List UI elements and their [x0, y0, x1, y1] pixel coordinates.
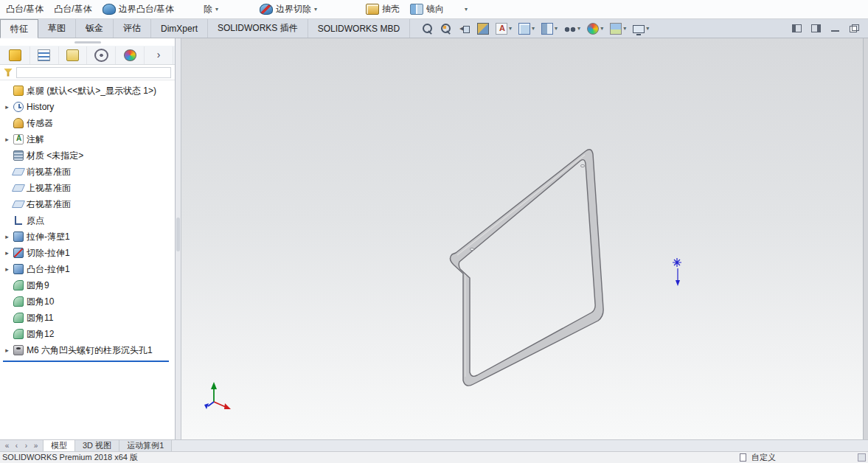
ribbon-button[interactable]: 抽壳 [366, 0, 400, 19]
view-tool-button[interactable] [477, 23, 489, 35]
tree-item[interactable]: 凸台-拉伸1 [0, 261, 175, 277]
view-tool-button[interactable] [564, 23, 580, 35]
ribbon-button[interactable]: 边界凸台/基体 [103, 0, 174, 19]
command-tab[interactable]: SOLIDWORKS MBD [308, 19, 410, 38]
view-tool-button[interactable] [459, 23, 471, 35]
nav-last-icon[interactable] [31, 441, 41, 451]
command-tab[interactable]: 特征 [0, 19, 38, 38]
featuremanager-tab-icon[interactable] [30, 46, 59, 64]
splitter-grip[interactable] [176, 217, 180, 251]
panel-splitter[interactable] [176, 38, 181, 439]
annotation-view-icon [496, 23, 507, 35]
ribbon-button[interactable]: 镜向 [410, 0, 444, 19]
view-tool-button[interactable] [633, 24, 649, 33]
bottom-tab[interactable]: 3D 视图 [75, 440, 119, 451]
view-tool-button[interactable] [587, 23, 603, 35]
tree-item[interactable]: 圆角11 [0, 310, 175, 326]
nav-first-icon[interactable] [2, 441, 12, 451]
ribbon-button[interactable]: 边界切除 [260, 0, 317, 19]
tree-item[interactable]: 上视基准面 [0, 180, 175, 196]
feature-ribbon-row: 凸台/基体 凸台/基体 边界凸台/基体 除 [0, 0, 868, 19]
ribbon-button[interactable]: 凸台/基体 [6, 0, 44, 19]
expand-arrow-icon[interactable] [4, 103, 10, 111]
tree-item[interactable]: 原点 [0, 212, 175, 229]
dropdown-caret-icon[interactable] [509, 26, 512, 32]
view-settings-icon [633, 25, 645, 33]
edit-appearance-icon [587, 23, 599, 35]
graphics-viewport[interactable] [181, 38, 863, 439]
tree-item[interactable]: 圆角9 [0, 277, 175, 293]
expand-arrow-icon[interactable] [4, 249, 10, 257]
tree-item[interactable]: 桌腿 (默认<<默认>_显示状态 1>) [0, 83, 175, 99]
dropdown-caret-icon[interactable] [555, 26, 558, 32]
command-tab[interactable]: 草图 [38, 19, 76, 38]
command-tab[interactable]: DimXpert [151, 19, 208, 38]
ribbon-button[interactable] [462, 0, 468, 19]
nav-prev-icon[interactable] [12, 441, 21, 451]
command-tab[interactable]: 钣金 [76, 19, 114, 38]
tree-item[interactable]: 圆角12 [0, 326, 175, 342]
command-tab[interactable]: 评估 [114, 19, 151, 38]
annotations-icon [13, 134, 24, 145]
model-hole[interactable] [470, 248, 473, 250]
view-tool-button[interactable] [422, 23, 434, 35]
tree-item[interactable]: M6 六角凹头螺钉的柱形沉头孔1 [0, 342, 175, 358]
tree-item[interactable]: 切除-拉伸1 [0, 245, 175, 261]
section-view-icon [477, 23, 489, 35]
previous-view-icon [459, 23, 471, 35]
tree-item[interactable]: 材质 <未指定> [0, 147, 175, 164]
expand-arrow-icon[interactable] [4, 136, 10, 143]
panel-left-icon[interactable] [792, 24, 802, 32]
restore-icon[interactable] [850, 24, 859, 32]
ribbon-button[interactable]: 凸台/基体 [54, 0, 91, 19]
tree-item[interactable]: 拉伸-薄壁1 [0, 229, 175, 245]
dimxpertmanager-tab-icon[interactable] [87, 46, 116, 64]
model-table-leg[interactable] [450, 150, 603, 386]
part-tab-icon[interactable] [1, 46, 30, 64]
expand-arrow-icon[interactable] [4, 347, 10, 354]
dropdown-caret-icon[interactable] [314, 7, 317, 13]
model-hole[interactable] [580, 164, 584, 167]
tree-item[interactable]: History [0, 99, 175, 115]
tree-item[interactable]: 右视基准面 [0, 196, 175, 212]
bottom-tab[interactable]: 运动算例1 [119, 440, 172, 451]
sketch-point-marker[interactable] [673, 258, 681, 286]
dropdown-caret-icon[interactable] [532, 26, 535, 32]
status-corner-icon[interactable] [858, 453, 866, 462]
dropdown-caret-icon[interactable] [646, 26, 649, 32]
hole-wizard-icon [13, 345, 24, 355]
displaymanager-tab-icon[interactable] [116, 46, 145, 64]
nav-next-icon[interactable] [21, 441, 31, 451]
task-pane-strip[interactable] [863, 38, 868, 439]
ribbon-button[interactable]: 除 [204, 0, 218, 19]
panel-grip[interactable] [74, 41, 101, 43]
expand-arrow-icon[interactable] [4, 233, 10, 240]
tree-item[interactable]: 注解 [0, 131, 175, 147]
panel-right-icon[interactable] [811, 24, 821, 32]
expand-panel-icon[interactable] [145, 46, 173, 64]
rollback-bar[interactable] [3, 361, 169, 362]
dropdown-caret-icon[interactable] [215, 7, 218, 13]
sensors-icon [13, 118, 24, 128]
dropdown-caret-icon[interactable] [600, 26, 603, 32]
command-tab[interactable]: SOLIDWORKS 插件 [208, 19, 308, 38]
dropdown-caret-icon[interactable] [465, 7, 468, 13]
boss-extrude-icon [13, 264, 24, 274]
view-tool-button[interactable] [541, 23, 558, 35]
minimize-icon[interactable] [830, 24, 840, 32]
tree-filter-input[interactable] [16, 67, 171, 78]
view-tool-button[interactable] [440, 23, 452, 35]
tree-item[interactable]: 圆角10 [0, 293, 175, 310]
expand-arrow-icon[interactable] [4, 265, 10, 273]
customize-label[interactable]: 自定义 [751, 452, 776, 463]
view-tool-button[interactable] [518, 23, 535, 35]
view-tool-button[interactable] [610, 23, 626, 35]
bottom-tab[interactable]: 模型 [44, 440, 75, 451]
view-tool-button[interactable] [496, 23, 512, 35]
tree-item[interactable]: 传感器 [0, 115, 175, 131]
filter-funnel-icon [4, 69, 13, 77]
dropdown-caret-icon[interactable] [623, 26, 626, 32]
dropdown-caret-icon[interactable] [577, 26, 580, 32]
tree-item[interactable]: 前视基准面 [0, 164, 175, 180]
configurationmanager-tab-icon[interactable] [59, 46, 88, 64]
